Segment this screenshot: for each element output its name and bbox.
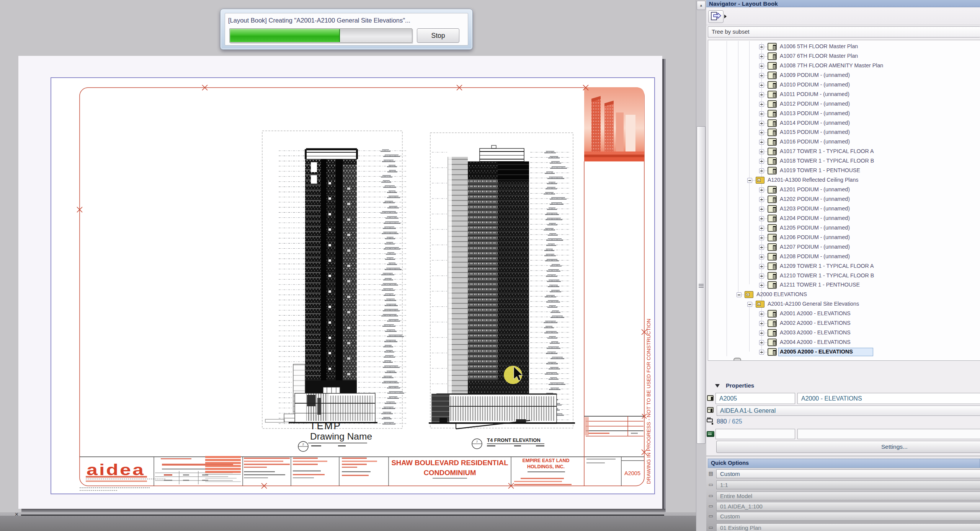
svg-text:SHAW BOULEVARD RESIDENTIAL: SHAW BOULEVARD RESIDENTIAL (392, 459, 508, 467)
svg-text:aidea: aidea (87, 461, 145, 478)
svg-text:T4 FRONT ELEVATION: T4 FRONT ELEVATION (487, 437, 541, 443)
svg-text:7: 7 (476, 440, 478, 443)
svg-text:EMPIRE EAST LAND: EMPIRE EAST LAND (523, 458, 570, 463)
svg-text:Drawing Name: Drawing Name (310, 431, 372, 441)
svg-text:CONDOMINIUM: CONDOMINIUM (424, 469, 476, 477)
svg-text:HOLDINGS, INC.: HOLDINGS, INC. (527, 464, 565, 469)
svg-text:2: 2 (302, 443, 304, 446)
svg-text:A2005: A2005 (624, 470, 640, 476)
svg-text:DRAWING IN PROGRESS - NOT TO B: DRAWING IN PROGRESS - NOT TO BE USED FOR… (646, 319, 652, 484)
svg-text:TEMP: TEMP (310, 420, 341, 432)
